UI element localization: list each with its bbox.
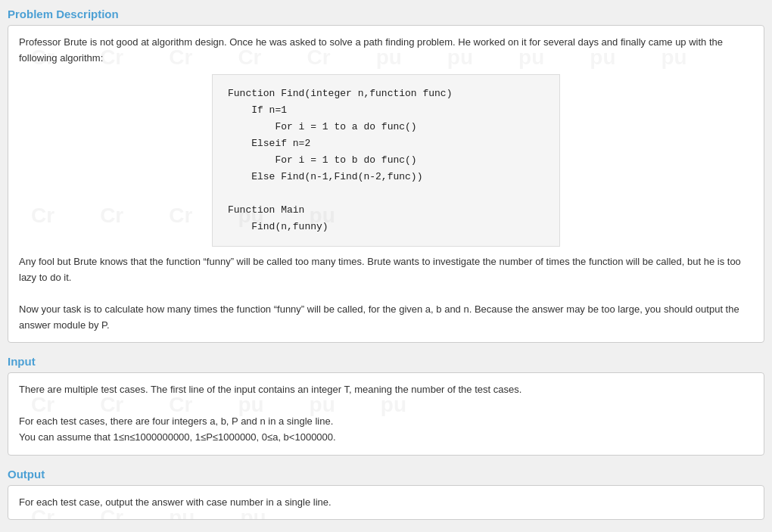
input-line1: There are multiple test cases. The first… — [19, 382, 753, 398]
input-section: Input CrCrCrpupupu There are multiple te… — [8, 355, 764, 455]
output-title: Output — [8, 468, 764, 481]
code-line-3: For i = 1 to a do func() — [228, 119, 544, 135]
code-block: Function Find(integer n,function func) I… — [212, 74, 560, 247]
output-box: CrCrpupu For each test case, output the … — [8, 485, 764, 521]
code-line-4: Elseif n=2 — [228, 135, 544, 152]
code-line-5: For i = 1 to b do func() — [228, 152, 544, 169]
problem-note2: Now your task is to calculate how many t… — [19, 302, 753, 334]
input-line3: You can assume that 1≤n≤1000000000, 1≤P≤… — [19, 430, 753, 446]
problem-description-section: Problem Description CrCrCrCrCr pupupupup… — [8, 8, 764, 343]
output-line1: For each test case, output the answer wi… — [19, 495, 753, 511]
code-line-1: Function Find(integer n,function func) — [228, 86, 544, 102]
code-line-main-2: Find(n,funny) — [228, 219, 544, 235]
problem-note1: Any fool but Brute knows that the functi… — [19, 254, 753, 286]
input-box: CrCrCrpupupu There are multiple test cas… — [8, 372, 764, 455]
problem-description-box: CrCrCrCrCr pupupupupu CrCrCrpupu Profess… — [8, 25, 764, 343]
problem-description-title: Problem Description — [8, 8, 764, 20]
code-line-main-1: Function Main — [228, 202, 544, 219]
input-title: Input — [8, 355, 764, 368]
code-line-2: If n=1 — [228, 102, 544, 119]
code-line-6: Else Find(n-1,Find(n-2,func)) — [228, 169, 544, 185]
output-section: Output CrCrpupu For each test case, outp… — [8, 468, 764, 521]
input-line2: For each test cases, there are four inte… — [19, 414, 753, 430]
problem-intro: Professor Brute is not good at algorithm… — [19, 35, 753, 67]
